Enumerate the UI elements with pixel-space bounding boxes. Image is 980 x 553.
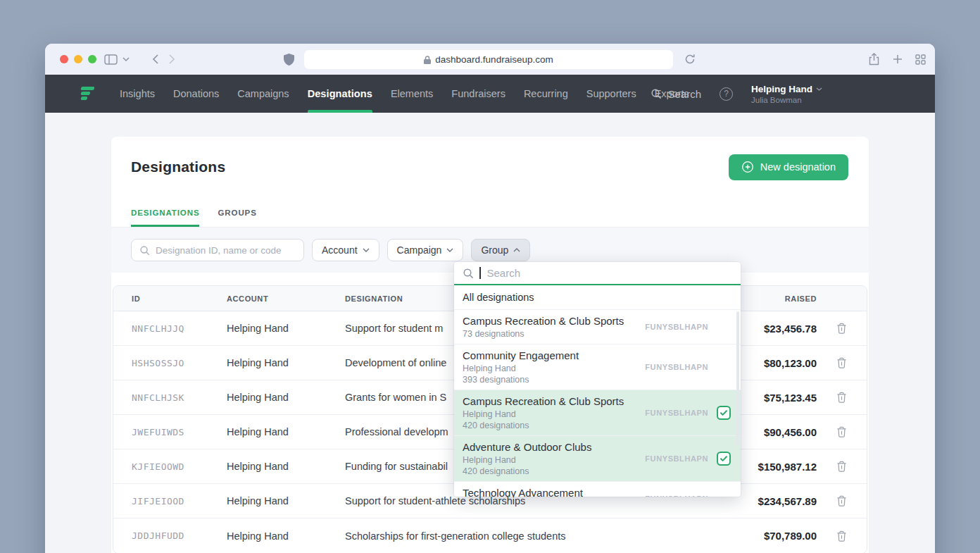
nav-item[interactable]: Recurring [515,75,577,113]
nav-item[interactable]: Insights [111,75,164,113]
nav-item[interactable]: Designations [299,75,382,113]
group-title: Technology Advancement [463,486,645,497]
group-option[interactable]: Campus Recreation & Club Sports Helping … [454,390,741,435]
group-option[interactable]: Campus Recreation & Club Sports 73 desig… [454,309,741,344]
raised-amount: $234,567.89 [697,495,817,507]
designation-id: KJFIEOOWD [132,461,227,472]
group-account: Helping Hand [463,409,645,420]
delete-button[interactable] [817,392,867,403]
account-filter-button[interactable]: Account [312,239,379,261]
text-cursor [479,267,481,279]
account-name: Helping Hand [227,461,345,472]
org-name: Helping Hand [751,84,812,94]
dropdown-scrollbar[interactable] [736,311,739,445]
nav-item[interactable]: Fundraisers [442,75,515,113]
user-name: Julia Bowman [751,96,822,104]
zoom-window-button[interactable] [88,55,96,63]
group-code: FUNYSBLHAPN [645,363,708,371]
trash-icon [836,323,847,334]
fundraiseup-logo-icon[interactable] [81,87,95,101]
col-account: ACCOUNT [227,294,345,303]
group-code: FUNYSBLHAPN [645,454,708,463]
group-search-field[interactable]: Search [454,262,741,285]
designation-id: JIFJEIOOD [132,496,227,507]
nav-item[interactable]: Elements [382,75,442,113]
designation-name: Scholarships for first-generation colleg… [345,530,697,542]
group-filter-button[interactable]: Group [471,239,530,261]
checkbox-checked-icon[interactable] [717,452,731,466]
table-row[interactable]: JDDJHFUDD Helping Hand Scholarships for … [113,518,867,553]
group-option[interactable]: Technology Advancement 420 designations … [454,481,741,497]
group-option[interactable]: Adventure & Outdoor Clubs Helping Hand 4… [454,435,741,481]
designation-id: HSHSOSSJO [132,358,227,368]
group-count: 393 designations [463,374,645,385]
tab[interactable]: DESIGNATIONS [131,209,199,227]
group-filter-dropdown: Search All designations Campus Recreatio… [454,262,741,497]
url-text: dashboard.fundraiseup.com [435,54,553,65]
designation-id: JWEFUIWDS [132,427,227,437]
plus-circle-icon [741,161,754,173]
group-code: FUNYSBLHAPN [645,323,708,331]
back-button[interactable] [152,44,158,75]
trash-icon [836,495,847,507]
delete-button[interactable] [817,495,867,507]
browser-window: dashboard.fundraiseup.com Insights Donat… [45,44,935,553]
lock-icon [424,56,431,64]
account-menu[interactable]: Helping Hand Julia Bowman [751,84,822,104]
tab[interactable]: GROUPS [218,209,256,227]
group-account: Helping Hand [463,454,645,466]
search-icon [651,88,662,99]
share-button[interactable] [869,44,879,75]
trash-icon [836,461,847,472]
privacy-shield-icon[interactable] [284,44,294,75]
delete-button[interactable] [817,426,867,437]
campaign-filter-button[interactable]: Campaign [387,239,464,261]
designation-search-input[interactable] [156,245,296,256]
address-bar[interactable]: dashboard.fundraiseup.com [304,50,673,69]
global-search-button[interactable]: Search [651,88,701,100]
group-count: 420 designations [463,420,645,431]
forward-button[interactable] [169,44,175,75]
group-code: FUNYSBLHAPN [645,409,708,417]
nav-item[interactable]: Campaigns [228,75,298,113]
account-name: Helping Hand [227,495,345,507]
nav-item[interactable]: Donations [164,75,228,113]
search-icon [463,268,474,279]
new-tab-button[interactable] [893,44,903,75]
designation-id: JDDJHFUDD [132,530,227,541]
new-designation-button[interactable]: New designation [729,154,848,180]
trash-icon [836,530,847,542]
group-title: Adventure & Outdoor Clubs [463,440,645,454]
delete-button[interactable] [817,461,867,472]
sidebar-chevron-icon[interactable] [122,44,130,75]
delete-button[interactable] [817,357,867,368]
nav-item[interactable]: Supporters [577,75,646,113]
app-navbar: Insights Donations Campaigns Designation… [45,75,935,113]
sidebar-toggle-icon[interactable] [104,44,118,75]
account-name: Helping Hand [227,426,345,437]
tab-overview-button[interactable] [915,44,926,75]
designation-id: NNFCLHJJQ [132,323,227,334]
group-option[interactable]: Community Engagement Helping Hand 393 de… [454,344,741,390]
account-name: Helping Hand [227,392,345,403]
trash-icon [836,426,847,437]
col-id: ID [132,294,227,303]
main-nav: Insights Donations Campaigns Designation… [111,75,698,113]
designation-search-field[interactable] [131,239,304,261]
browser-chrome: dashboard.fundraiseup.com [45,44,935,75]
delete-button[interactable] [817,530,867,542]
delete-button[interactable] [817,323,867,334]
account-name: Helping Hand [227,357,345,368]
checkbox-checked-icon[interactable] [717,406,731,420]
chevron-down-icon [363,248,370,252]
trash-icon [836,392,847,403]
group-options: Campus Recreation & Club Sports 73 desig… [454,309,741,497]
close-window-button[interactable] [60,55,68,63]
reload-button[interactable] [684,44,696,75]
raised-amount: $70,789.00 [697,530,817,542]
group-account: Helping Hand [463,363,645,374]
option-all-designations[interactable]: All designations [454,285,741,309]
help-icon[interactable]: ? [720,87,733,101]
minimize-window-button[interactable] [74,55,82,63]
chevron-down-icon [446,248,453,252]
